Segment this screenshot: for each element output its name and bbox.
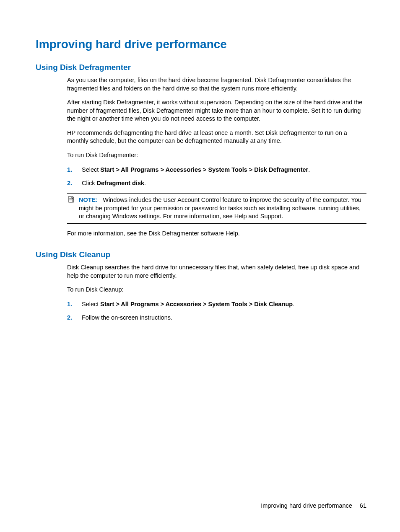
step-text-pre: Select: [82, 301, 100, 307]
svg-rect-0: [68, 196, 73, 202]
note-body: Windows includes the User Account Contro…: [79, 196, 361, 220]
step-text-post: .: [293, 301, 294, 307]
list-item: 2. Click Defragment disk.: [67, 179, 366, 187]
paragraph: HP recommends defragmenting the hard dri…: [67, 129, 366, 145]
step-text-bold: Start > All Programs > Accessories > Sys…: [100, 301, 293, 307]
paragraph: For more information, see the Disk Defra…: [67, 230, 366, 238]
step-text-post: .: [308, 166, 310, 173]
ordered-list: 1. Select Start > All Programs > Accesso…: [67, 300, 366, 322]
step-text-bold: Defragment disk: [96, 180, 144, 186]
section-content: Disk Cleanup searches the hard drive for…: [67, 263, 366, 322]
note-icon: [67, 196, 75, 203]
page-footer: Improving hard drive performance 61: [261, 502, 366, 509]
note-callout: NOTE: Windows includes the User Account …: [67, 193, 366, 224]
list-item: 1. Select Start > All Programs > Accesso…: [67, 165, 366, 174]
step-text: Follow the on-screen instructions.: [82, 314, 172, 321]
page-number: 61: [360, 502, 366, 509]
section-title-defragmenter: Using Disk Defragmenter: [36, 63, 366, 72]
list-item: 1. Select Start > All Programs > Accesso…: [67, 300, 366, 308]
document-page: Improving hard drive performance Using D…: [0, 0, 400, 532]
section-disk-defragmenter: Using Disk Defragmenter As you use the c…: [36, 63, 366, 238]
step-text-post: .: [144, 180, 146, 186]
list-number: 2.: [67, 179, 72, 187]
section-content: As you use the computer, files on the ha…: [67, 76, 366, 238]
list-item: 2. Follow the on-screen instructions.: [67, 313, 366, 322]
section-disk-cleanup: Using Disk Cleanup Disk Cleanup searches…: [36, 250, 366, 322]
page-heading: Improving hard drive performance: [36, 38, 366, 51]
section-title-cleanup: Using Disk Cleanup: [36, 250, 366, 259]
paragraph: As you use the computer, files on the ha…: [67, 76, 366, 93]
paragraph: To run Disk Defragmenter:: [67, 151, 366, 160]
ordered-list: 1. Select Start > All Programs > Accesso…: [67, 165, 366, 188]
note-label: NOTE:: [79, 196, 98, 203]
paragraph: Disk Cleanup searches the hard drive for…: [67, 263, 366, 280]
paragraph: After starting Disk Defragmenter, it wor…: [67, 98, 366, 123]
step-text-pre: Click: [82, 180, 96, 186]
paragraph: To run Disk Cleanup:: [67, 286, 366, 294]
list-number: 1.: [67, 300, 72, 308]
list-number: 1.: [67, 165, 72, 174]
step-text-bold: Start > All Programs > Accessories > Sys…: [100, 166, 308, 173]
step-text-pre: Select: [82, 166, 100, 173]
footer-title: Improving hard drive performance: [261, 502, 352, 509]
list-number: 2.: [67, 313, 72, 322]
